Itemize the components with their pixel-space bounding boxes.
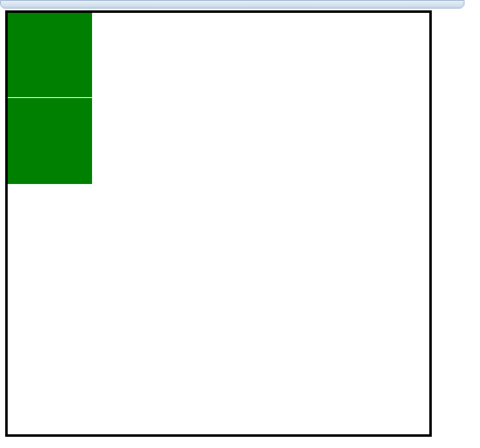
game-block[interactable] — [8, 13, 92, 97]
window-tab-bar — [0, 0, 465, 9]
game-block[interactable] — [8, 98, 92, 184]
game-board[interactable] — [5, 10, 432, 437]
